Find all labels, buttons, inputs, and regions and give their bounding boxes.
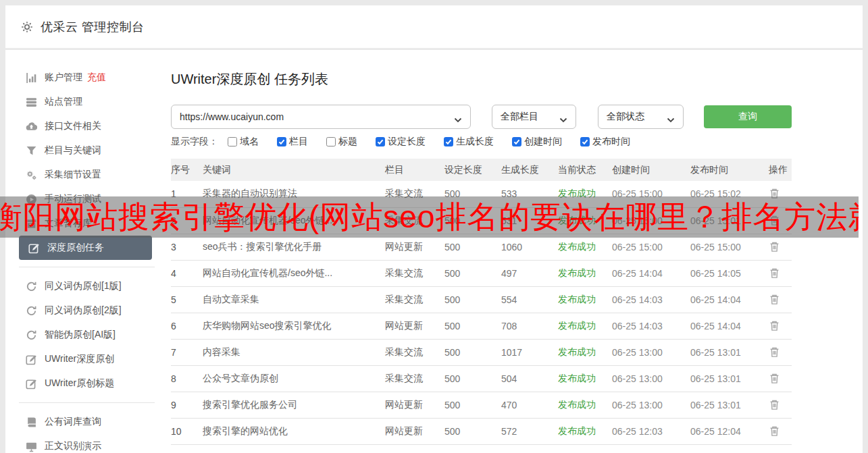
col-header-actions: 操作 — [769, 159, 792, 181]
main-content: UWriter深度原创 任务列表 https://www.ucaiyun.com… — [171, 50, 863, 453]
delete-icon[interactable] — [769, 267, 780, 279]
checkbox-created-time[interactable]: 创建时间 — [512, 136, 562, 148]
status-badge: 发布成功 — [558, 313, 612, 339]
delete-icon[interactable] — [769, 241, 780, 253]
row-no: 10 — [171, 418, 203, 444]
top-header-bar: 优采云 管理控制台 — [5, 5, 863, 49]
chevron-down-icon — [454, 114, 462, 119]
sidebar-item-label: 同义词伪原创[1版] — [45, 280, 122, 292]
display-fields-label: 显示字段： — [171, 136, 218, 148]
checkbox-gen-length[interactable]: 生成长度 — [444, 136, 494, 148]
checkbox-publish-time[interactable]: 发布时间 — [580, 136, 630, 148]
row-genlen: 1017 — [501, 339, 558, 365]
sidebar-item-account[interactable]: 账户管理 充值 — [5, 65, 171, 90]
row-setlen: 500 — [444, 313, 501, 339]
col-header-publish: 发布时间 — [690, 159, 769, 181]
row-no: 8 — [171, 365, 203, 392]
sidebar-item-columns-keywords[interactable]: 栏目与关键词 — [5, 138, 171, 163]
col-header-keyword: 关键词 — [203, 159, 385, 181]
pen-icon — [26, 378, 37, 390]
checkbox-box[interactable] — [277, 137, 286, 146]
row-published: 06-25 14:04 — [690, 286, 769, 313]
row-column: 网站更新 — [385, 392, 444, 418]
row-published: 06-25 14:05 — [690, 260, 769, 286]
search-button[interactable]: 查询 — [704, 105, 792, 128]
table-row: 4 网站自动化宣传机器/seo外链... 采集交流 500 497 发布成功 0… — [171, 260, 792, 286]
page-title: UWriter深度原创 任务列表 — [171, 70, 328, 88]
sidebar-item-label: 站点管理 — [45, 96, 82, 108]
sidebar-item-interface-files[interactable]: 接口文件相关 — [5, 114, 171, 138]
sidebar-item-collect-settings[interactable]: 采集细节设置 — [5, 163, 171, 187]
gears-icon — [26, 169, 37, 181]
checkbox-box[interactable] — [512, 137, 521, 146]
row-genlen: 572 — [501, 418, 558, 444]
row-published: 06-25 13:01 — [690, 392, 769, 418]
checkbox-label: 设定长度 — [388, 136, 426, 148]
row-published: 06-25 14:04 — [690, 313, 769, 339]
row-keyword: 公众号文章伪原创 — [203, 365, 385, 392]
checkbox-domain[interactable]: 域名 — [228, 136, 259, 148]
checkbox-set-length[interactable]: 设定长度 — [376, 136, 426, 148]
row-setlen: 500 — [444, 339, 501, 365]
sidebar-item-uwriter-deep[interactable]: UWriter深度原创 — [5, 347, 171, 371]
row-genlen: 470 — [501, 392, 558, 418]
chevron-down-icon — [667, 114, 675, 119]
filter-controls: https://www.ucaiyun.com 全部栏目 全部状态 查询 — [171, 105, 799, 129]
sidebar-item-label: UWriter深度原创 — [45, 353, 114, 365]
row-column: 网站更新 — [385, 313, 444, 339]
checkbox-column[interactable]: 栏目 — [277, 136, 308, 148]
checkbox-box[interactable] — [228, 137, 237, 146]
status-badge: 发布成功 — [558, 339, 612, 365]
checkbox-box[interactable] — [580, 137, 590, 146]
pen-icon — [26, 354, 37, 365]
checkbox-title[interactable]: 标题 — [326, 136, 357, 148]
sidebar-item-synonym-v1[interactable]: 同义词伪原创[1版] — [5, 274, 171, 298]
table-row: 6 庆华购物网站seo搜索引擎优化 网站更新 500 708 发布成功 06-2… — [171, 313, 792, 339]
sidebar-item-synonym-v2[interactable]: 同义词伪原创[2版] — [5, 298, 171, 323]
sidebar-item-public-dict[interactable]: 公有词库查询 — [5, 410, 171, 434]
sidebar: 账户管理 充值 站点管理 接口文件相关 栏目与关键词 采集细节设置 手动运行测试… — [5, 50, 171, 453]
row-column: 采集交流 — [385, 286, 444, 313]
delete-icon[interactable] — [769, 373, 780, 385]
status-select[interactable]: 全部状态 — [598, 105, 684, 129]
sidebar-item-deep-original-tasks[interactable]: 深度原创任务 — [19, 236, 152, 260]
checkbox-label: 域名 — [240, 136, 259, 148]
sidebar-item-label: 深度原创任务 — [47, 242, 104, 254]
row-published: 06-25 12:04 — [690, 418, 769, 444]
delete-icon[interactable] — [769, 294, 780, 306]
sidebar-item-uwriter-title[interactable]: UWriter原创标题 — [5, 371, 171, 396]
row-column: 采集交流 — [385, 260, 444, 286]
sidebar-item-text-recognition[interactable]: 正文识别演示 — [5, 434, 171, 453]
delete-icon[interactable] — [769, 346, 780, 358]
table-row: 7 内容采集 采集交流 500 1017 发布成功 06-25 13:00 06… — [171, 339, 792, 365]
sidebar-item-label: 智能伪原创[AI版] — [45, 329, 116, 341]
row-keyword: 自动文章采集 — [203, 286, 385, 313]
display-fields-row: 显示字段： 域名 栏目 标题 设定长度 生成长度 创建时间 发布时间 — [171, 136, 648, 148]
table-row: 9 搜索引擎优化服务公司 网站更新 500 470 发布成功 06-25 13:… — [171, 392, 792, 418]
app-title: 优采云 管理控制台 — [41, 19, 145, 35]
refresh-icon — [26, 281, 37, 292]
column-select[interactable]: 全部栏目 — [492, 105, 576, 129]
row-genlen: 497 — [501, 260, 558, 286]
checkbox-label: 创建时间 — [524, 136, 562, 148]
site-select[interactable]: https://www.ucaiyun.com — [171, 105, 471, 129]
checkbox-label: 栏目 — [289, 136, 308, 148]
col-header-setlen: 设定长度 — [444, 159, 501, 181]
checkbox-box[interactable] — [444, 137, 453, 146]
status-select-value: 全部状态 — [607, 111, 644, 123]
row-published: 06-25 13:01 — [690, 365, 769, 392]
checkbox-label: 生成长度 — [456, 136, 494, 148]
bar-chart-icon — [26, 72, 37, 84]
sidebar-item-smart-ai[interactable]: 智能伪原创[AI版] — [5, 323, 171, 347]
row-genlen: 708 — [501, 313, 558, 339]
recharge-badge[interactable]: 充值 — [87, 72, 106, 84]
checkbox-box[interactable] — [376, 137, 385, 146]
row-genlen: 554 — [501, 286, 558, 313]
checkbox-box[interactable] — [326, 137, 336, 146]
delete-icon[interactable] — [769, 320, 780, 332]
delete-icon[interactable] — [769, 399, 780, 411]
delete-icon[interactable] — [769, 425, 780, 437]
cloud-upload-icon — [26, 121, 37, 132]
content-panel: 账户管理 充值 站点管理 接口文件相关 栏目与关键词 采集细节设置 手动运行测试… — [5, 50, 863, 453]
sidebar-item-sites[interactable]: 站点管理 — [5, 90, 171, 114]
